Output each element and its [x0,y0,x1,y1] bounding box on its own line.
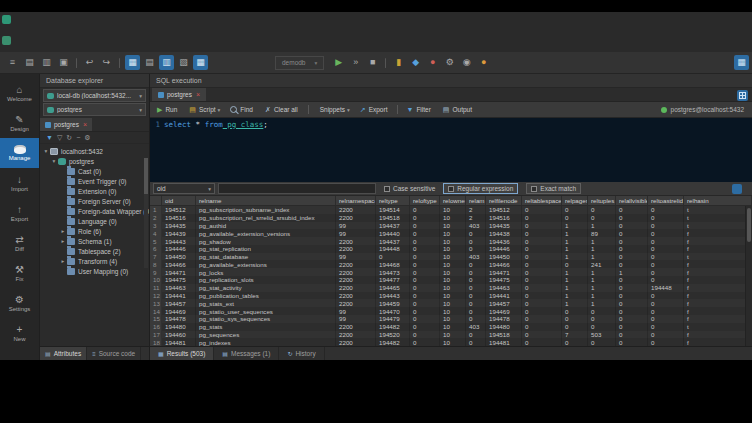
cell-relam[interactable]: 0 [466,338,486,346]
cell-relam[interactable]: 0 [466,299,486,307]
cell-relnamespace[interactable]: 2200 [336,237,376,245]
redo-icon[interactable]: ↪ [99,55,114,70]
cell-relam[interactable]: 403 [466,222,486,230]
connection-combo[interactable]: local-db (localhost:5432... ▾ [43,89,146,102]
cell-relowner[interactable]: 10 [440,299,466,307]
column-header[interactable]: relnamespace [336,196,376,205]
cell-relallvisible[interactable]: 0 [616,260,648,268]
table-row[interactable]: 7194450pg_stat_database99001040319445001… [150,253,752,261]
cell-relpages[interactable]: 7 [562,331,588,339]
rail-item-manage[interactable]: Manage [0,138,39,168]
cell-relam[interactable]: 0 [466,292,486,300]
cell-reltoastrelid[interactable]: 0 [648,229,684,237]
layout-view-icon[interactable]: ▦ [193,55,208,70]
table-row[interactable]: 5194443pg_shadow220019443701001944360110… [150,237,752,245]
cell-relname[interactable]: pg_stats [196,323,336,331]
cell-reltuples[interactable]: 1 [588,222,616,230]
cell-relname[interactable]: pg_shadow [196,237,336,245]
tab-attributes[interactable]: ▤ Attributes [40,347,87,360]
undo-icon[interactable]: ↩ [82,55,97,70]
cell-reltablespace[interactable]: 0 [522,229,562,237]
cell-relnamespace[interactable]: 2200 [336,268,376,276]
toolbar-separator[interactable] [76,58,77,68]
cell-relpages[interactable]: 1 [562,284,588,292]
filter-icon[interactable]: ▼ [46,134,53,141]
cell-reltuples[interactable]: 1 [588,276,616,284]
cell-relowner[interactable]: 10 [440,276,466,284]
cell-relfilenode[interactable]: 194441 [486,292,522,300]
cell-relpages[interactable]: 1 [562,222,588,230]
tab-results[interactable]: ▦ Results (503) [150,347,214,360]
sql-code-line[interactable]: select * from pg_class; [164,120,268,182]
cell-relallvisible[interactable]: 1 [616,268,648,276]
cell-reltablespace[interactable]: 0 [522,245,562,253]
database-icon[interactable]: ▮ [391,55,406,70]
compare-icon[interactable]: ◆ [408,55,423,70]
cell-relname[interactable]: pg_authid [196,222,336,230]
output-button[interactable]: ▤ Output [438,102,479,118]
cell-relallvisible[interactable]: 0 [616,276,648,284]
toolbar-separator[interactable] [385,58,386,68]
cell-reloftype[interactable]: 0 [410,299,440,307]
rail-item-export[interactable]: ↑ Export [0,198,39,228]
table-row[interactable]: 11194463pg_stat_activity2200194465010019… [150,284,752,292]
tree-settings-icon[interactable]: ⚙ [84,134,90,142]
cell-relam[interactable]: 0 [466,268,486,276]
cell-relnamespace[interactable]: 2200 [336,331,376,339]
cell-relhasindex[interactable]: f [684,268,752,276]
cell-relallvisible[interactable]: 0 [616,229,648,237]
cell-relnamespace[interactable]: 99 [336,229,376,237]
grid-view-icon[interactable]: ▦ [125,55,140,70]
table-row[interactable]: 16194480pg_stats220019448201040319448000… [150,323,752,331]
cell-relpages[interactable]: 0 [562,307,588,315]
split-view-icon[interactable]: ▥ [159,55,174,70]
cell-relfilenode[interactable]: 194478 [486,315,522,323]
chevron-icon[interactable]: ▾ [51,158,57,164]
cell-relpages[interactable]: 1 [562,253,588,261]
filter-column-combo[interactable]: oid ▾ [153,183,215,194]
cell-reltype[interactable]: 194479 [376,315,410,323]
cell-reloftype[interactable]: 0 [410,331,440,339]
tree-item[interactable]: User Mapping (0) [40,266,149,276]
cell-relfilenode[interactable]: 194475 [486,276,522,284]
new-script-icon[interactable]: ▤ [22,55,37,70]
table-row[interactable]: 13194457pg_stats_ext22001944590100194457… [150,299,752,307]
cell-oid[interactable]: 194469 [162,307,196,315]
cell-relname[interactable]: pg_subscription_rel_srrelid_srsubid_inde… [196,214,336,222]
cell-oid[interactable]: 194475 [162,276,196,284]
table-row[interactable]: 6194446pg_stat_replication22001944480100… [150,245,752,253]
column-header[interactable]: relhasin [684,196,752,205]
cell-reltype[interactable]: 194482 [376,323,410,331]
cell-relhasindex[interactable]: f [684,292,752,300]
cell-relhasindex[interactable]: f [684,331,752,339]
cell-relallvisible[interactable]: 0 [616,245,648,253]
cell-relallvisible[interactable]: 0 [616,237,648,245]
cell-relallvisible[interactable]: 0 [616,323,648,331]
app-logo-icon[interactable] [2,15,11,24]
cell-reltoastrelid[interactable]: 0 [648,237,684,245]
cell-reloftype[interactable]: 0 [410,338,440,346]
cell-relowner[interactable]: 10 [440,307,466,315]
cell-relfilenode[interactable]: 194457 [486,299,522,307]
cell-reltablespace[interactable]: 0 [522,307,562,315]
checkbox-icon[interactable] [448,186,454,192]
cell-relhasindex[interactable]: t [684,206,752,214]
cell-relnamespace[interactable]: 2200 [336,260,376,268]
column-header[interactable]: oid [162,196,196,205]
run-script-icon[interactable]: » [348,55,363,70]
cell-reltuples[interactable]: 0 [588,323,616,331]
cell-relallvisible[interactable]: 0 [616,331,648,339]
cell-reltype[interactable]: 0 [376,253,410,261]
checkbox-icon[interactable] [531,186,537,192]
chart-view-icon[interactable]: ▧ [176,55,191,70]
cell-reltype[interactable]: 194440 [376,229,410,237]
cell-relname[interactable]: pg_sequences [196,331,336,339]
cell-oid[interactable]: 194512 [162,206,196,214]
cell-relallvisible[interactable]: 0 [616,222,648,230]
cell-relpages[interactable]: 0 [562,338,588,346]
cell-reloftype[interactable]: 0 [410,253,440,261]
cell-relhasindex[interactable]: f [684,260,752,268]
cell-oid[interactable]: 194441 [162,292,196,300]
cell-reloftype[interactable]: 0 [410,276,440,284]
cell-reltablespace[interactable]: 0 [522,323,562,331]
